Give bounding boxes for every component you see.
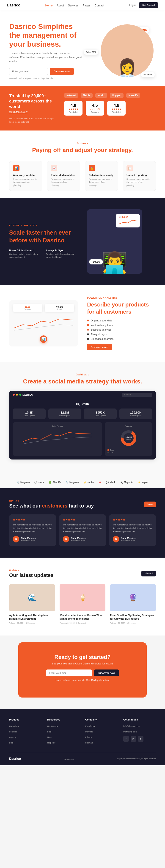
test-author-2: S Saba Masties Founder @ Asba xyxy=(63,536,102,542)
hero-cta-button[interactable]: Discover now xyxy=(50,68,74,75)
scale-feat-desc-1: Combine multiple reports into a single d… xyxy=(9,253,41,259)
describe-list-item-2: Work with any team xyxy=(87,324,156,327)
footer-link-email[interactable]: info@dasrico.com xyxy=(123,724,156,728)
integration-slack2: 💬 slack xyxy=(106,481,116,484)
dashboard-header: DASRICO xyxy=(9,391,156,399)
hero-badge-sales: Sales 68% xyxy=(84,50,98,55)
features-grid: 📊 Analyze your data Resource management … xyxy=(9,161,156,191)
trusted-section: Trusted by 20,000+ customers across the … xyxy=(0,86,165,130)
footer-link-helpinfo[interactable]: Help Info xyxy=(47,740,80,744)
nav-item-pages[interactable]: Pages xyxy=(83,3,90,7)
social-facebook[interactable]: f xyxy=(123,736,129,742)
footer-link-createflow[interactable]: Createflow xyxy=(9,724,42,728)
update-img-2: 🍦 xyxy=(59,584,106,611)
footer-link-marketing[interactable]: Marketing calls xyxy=(123,729,156,733)
footer-grid: Product Createflow Features Agency Blog … xyxy=(9,718,156,746)
dash-line-chart: Sales Figures xyxy=(13,422,102,456)
footer-bottom: Dasrico Dasrico.com Copyright Dasrico.co… xyxy=(9,753,156,761)
rating-stars-1: ★★★★★ xyxy=(67,108,79,111)
nav-item-home[interactable]: Home xyxy=(45,3,52,7)
describe-chart: $1.87 Revenue +40.3% Growth 📊 xyxy=(9,300,78,346)
paying-headline: Paying off and adjust your strategy. xyxy=(9,146,156,154)
dashboard-search[interactable] xyxy=(122,393,152,397)
trusted-desc: Donec sit amet enim ut libero vestibulum… xyxy=(9,117,55,124)
watch-link[interactable]: Watch these story xyxy=(9,111,55,113)
scale-feat-desc-2: Combine multiple reports into a single d… xyxy=(46,253,78,259)
test-card-1: ★★★★★ The numbers we so impressed it's i… xyxy=(9,515,56,546)
nav-links: Home About Services Pages Contact xyxy=(45,3,104,7)
nav-actions: Log in Get Started xyxy=(129,2,158,8)
footer-link-partners[interactable]: Partners xyxy=(85,729,118,733)
footer-link-blog2[interactable]: Blog xyxy=(47,729,80,733)
cta-headline: Ready to get started? xyxy=(28,654,137,660)
footer-col-contact: Get in touch info@dasrico.com Marketing … xyxy=(123,718,156,746)
footer-col-resources-title: Resources xyxy=(47,718,80,721)
testimonials-tag: Reviews xyxy=(9,500,94,502)
cta-subtext: See your free trial of Cloud Diamond ser… xyxy=(28,662,137,665)
test-stars-2: ★★★★★ xyxy=(63,518,102,521)
feature-title-2: Embedded analytics xyxy=(51,174,76,177)
updates-section: Updates Our latest updates View All 🌊 Ag… xyxy=(0,558,165,636)
footer-link-news[interactable]: News xyxy=(47,735,80,739)
footer-link-privacy[interactable]: Privacy xyxy=(85,735,118,739)
dash-stat-label-2: Sales Figures xyxy=(51,415,78,417)
update-meta-3: February 26, 2024 • 1 Comment xyxy=(110,622,156,624)
describe-list-item-3: Business analytics xyxy=(87,328,156,331)
footer-link-blog[interactable]: Blog xyxy=(9,740,42,744)
describe-list-item-1: Organize your data xyxy=(87,319,156,322)
cta-button[interactable]: Discover now xyxy=(94,670,119,676)
feature-card-4: 📋 Unified reporting Resource management … xyxy=(123,161,156,191)
dash-stat-val-3: $952K xyxy=(87,411,114,414)
footer-link-features[interactable]: Features xyxy=(9,729,42,733)
window-dot-red xyxy=(13,394,15,396)
footer-copyright: Copyright Dasrico.com 2024, All rights r… xyxy=(117,758,156,760)
social-icons: f in t xyxy=(123,736,156,742)
test-author-3: S Saba Masties Founder @ Asba xyxy=(113,536,152,542)
social-headline: Create a social media strategy that work… xyxy=(9,378,156,385)
test-card-2: ★★★★★ The numbers we so impressed it's i… xyxy=(59,515,106,546)
nav-item-services[interactable]: Services xyxy=(68,3,79,7)
testimonials-cards: ★★★★★ The numbers we so impressed it's i… xyxy=(9,515,156,546)
footer-link-agency[interactable]: Agency xyxy=(9,735,42,739)
hero-description: There is a time management facility thro… xyxy=(9,51,83,63)
hero-email-input[interactable] xyxy=(9,68,48,75)
footer-link-knowledge[interactable]: Knowledge xyxy=(85,724,118,728)
nav-item-about[interactable]: About xyxy=(56,3,64,7)
testimonials-title: See what our customers had to say xyxy=(9,503,94,509)
view-all-button[interactable]: View All xyxy=(141,571,156,577)
test-title-2: Founder @ Asba xyxy=(71,539,85,541)
social-twitter[interactable]: t xyxy=(138,736,143,742)
rating-score-1: 4.8 xyxy=(67,103,79,108)
cta-form: Discover now xyxy=(28,670,137,676)
describe-list: Organize your data Work with any team Bu… xyxy=(87,319,156,340)
dashboard-stats: 10.8K Sales Figures $2.1M Sales Figures … xyxy=(13,408,152,419)
social-linkedin[interactable]: in xyxy=(131,736,136,742)
footer-link-ouragency[interactable]: Our Agency xyxy=(47,724,80,728)
hero-badge-task: Task 92% xyxy=(141,72,155,77)
cta-section: Ready to get started? See your free tria… xyxy=(18,642,147,698)
footer-col-company: Company Knowledge Partners Privacy Sitem… xyxy=(85,718,118,746)
describe-list-item-4: Always in sync xyxy=(87,333,156,336)
describe-cta-button[interactable]: Discover more xyxy=(87,344,112,350)
updates-tag: Updates xyxy=(9,569,53,571)
hero-section: Dasrico Simplifies the management of you… xyxy=(0,10,165,86)
footer-link-sitemap[interactable]: Sitemap xyxy=(85,740,118,744)
cta-email-input[interactable] xyxy=(46,670,92,676)
test-card-3: ★★★★★ The numbers we so impressed it's i… xyxy=(109,515,156,546)
login-button[interactable]: Log in xyxy=(129,4,136,7)
footer-website: Dasrico.com xyxy=(64,758,74,760)
integration-github: 🐙 xyxy=(98,481,101,484)
update-meta-2: February 26, 2024 • 1 Comment xyxy=(59,622,106,624)
rating-stars-3: ★★★★★ xyxy=(111,108,122,111)
nav-item-contact[interactable]: Contact xyxy=(95,3,104,7)
rating-capterra: 4.5 ★★★★½ Capterra xyxy=(86,101,104,116)
testimonials-section: Reviews See what our customers had to sa… xyxy=(0,488,165,557)
get-started-button[interactable]: Get Started xyxy=(139,2,158,8)
updates-header: Updates Our latest updates View All xyxy=(9,569,156,578)
update-card-2: 🍦 10+ Most effective and Proven Time Man… xyxy=(59,584,106,624)
feature-card-2: 📈 Embedded analytics Resource management… xyxy=(47,161,80,191)
testimonials-more-button[interactable]: More xyxy=(144,501,156,507)
updates-grid: 🌊 Agile Adapting and Thriving in a Dynam… xyxy=(9,584,156,624)
integration-zapier: ⚡ zapier xyxy=(83,481,94,484)
rating-trustpilot: 4.8 ★★★★★ Trustpilot xyxy=(64,101,83,116)
